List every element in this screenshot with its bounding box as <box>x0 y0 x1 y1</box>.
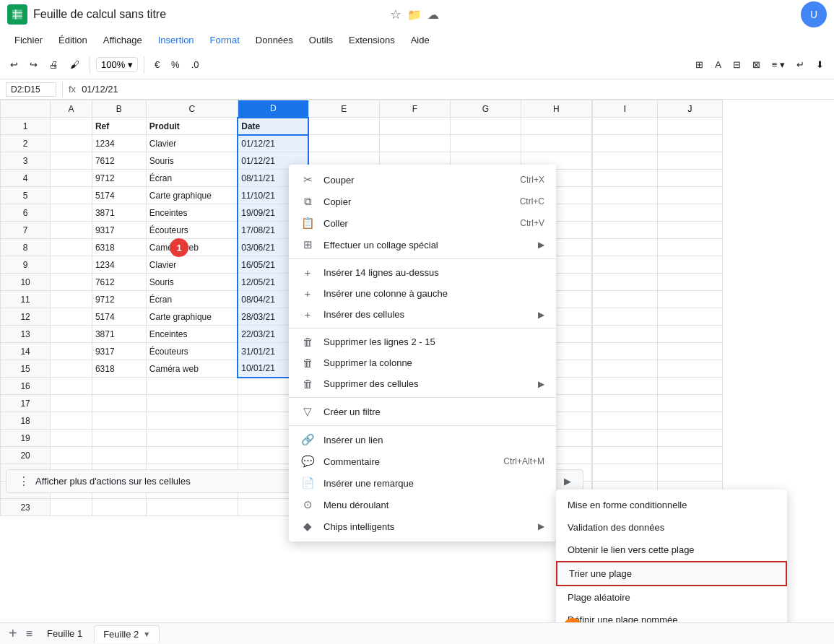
sheet-tab-dropdown-icon[interactable]: ▼ <box>143 630 150 638</box>
bottombar: + ≡ Feuille 1 Feuille 2 ▼ <box>0 622 834 644</box>
submenu-validation[interactable]: Validation des données <box>556 516 787 539</box>
add-sheet-button[interactable]: + <box>6 625 20 642</box>
menu-donnees[interactable]: Données <box>248 32 300 48</box>
more-actions-label: Afficher plus d'actions sur les cellules <box>35 476 191 487</box>
ctx-inserer-lignes[interactable]: + Insérer 14 lignes au-dessus <box>289 262 556 283</box>
separator2 <box>144 56 144 74</box>
cell-d1[interactable]: Date <box>238 118 308 135</box>
sheet-tab-1[interactable]: Feuille 1 <box>38 625 91 642</box>
zoom-selector[interactable]: 100% ▾ <box>96 57 138 72</box>
col-header-j[interactable]: J <box>658 100 723 118</box>
more-button[interactable]: ⬇ <box>812 56 828 73</box>
comment-icon: 💬 <box>300 455 315 468</box>
decimal-button[interactable]: .0 <box>187 56 204 73</box>
dropdown-icon: ⊙ <box>300 498 315 511</box>
wrap-button[interactable]: ↵ <box>792 56 809 73</box>
ctx-copier[interactable]: ⧉ Copier Ctrl+C <box>289 191 556 212</box>
col-header-h[interactable]: H <box>521 100 591 118</box>
merge-button[interactable]: ⊠ <box>748 56 765 73</box>
menu-insertion[interactable]: Insertion <box>151 32 201 48</box>
ctx-supprimer-cellules[interactable]: 🗑 Supprimer des cellules ▶ <box>289 373 556 394</box>
align-button[interactable]: ≡ ▾ <box>768 56 789 73</box>
delete-cells-arrow-icon: ▶ <box>538 379 544 389</box>
cell-e1[interactable] <box>308 118 379 135</box>
submenu-obtenir-lien-label: Obtenir le lien vers cette plage <box>568 544 695 555</box>
cell-g1[interactable] <box>450 118 521 135</box>
ctx-supprimer-lignes[interactable]: 🗑 Supprimer les lignes 2 - 15 <box>289 331 556 352</box>
cell-a2[interactable] <box>51 135 92 152</box>
document-title: Feuille de calcul sans titre <box>33 8 384 21</box>
more-actions-icon: ⋮ <box>18 474 30 488</box>
submenu-plage-aleatoire[interactable]: Plage aléatoire <box>556 586 787 609</box>
paint-format-button[interactable]: 🖌 <box>66 56 84 73</box>
ctx-chips-intelligents[interactable]: ◆ Chips intelligents ▶ <box>289 515 556 537</box>
menu-edition[interactable]: Édition <box>51 32 95 48</box>
col-header-b[interactable]: B <box>92 100 146 118</box>
percent-button[interactable]: % <box>167 56 184 73</box>
menu-extensions[interactable]: Extensions <box>342 32 402 48</box>
cell-reference[interactable]: D2:D15 <box>6 82 56 97</box>
ctx-collage-special[interactable]: ⊞ Effectuer un collage spécial ▶ <box>289 234 556 256</box>
ctx-inserer-lien[interactable]: 🔗 Insérer un lien <box>289 429 556 451</box>
cell-b1[interactable]: Ref <box>92 118 146 135</box>
print-button[interactable]: 🖨 <box>45 56 63 73</box>
cell-b2[interactable]: 1234 <box>92 135 146 152</box>
menu-format[interactable]: Format <box>203 32 247 48</box>
undo-button[interactable]: ↩ <box>6 56 22 73</box>
menu-aide[interactable]: Aide <box>404 32 437 48</box>
note-icon: 📄 <box>300 477 315 489</box>
border-button[interactable]: ⊞ <box>691 56 708 73</box>
formula-separator <box>62 82 63 97</box>
ctx-inserer-remarque[interactable]: 📄 Insérer une remarque <box>289 472 556 494</box>
col-header-c[interactable]: C <box>146 100 238 118</box>
ctx-inserer-colonne[interactable]: + Insérer une colonne à gauche <box>289 283 556 304</box>
ctx-inserer-colonne-label: Insérer une colonne à gauche <box>323 288 544 299</box>
fill-color-button[interactable]: A <box>711 56 726 73</box>
star-icon[interactable]: ☆ <box>390 6 401 22</box>
collage-arrow-icon: ▶ <box>538 240 544 250</box>
col-header-e[interactable]: E <box>308 100 379 118</box>
submenu-trier-plage[interactable]: Trier une plage <box>556 561 787 586</box>
submenu-validation-label: Validation des données <box>568 522 664 533</box>
ctx-couper[interactable]: ✂ Couper Ctrl+X <box>289 169 556 191</box>
col-header-d[interactable]: D <box>238 100 308 118</box>
menubar: Fichier Édition Affichage Insertion Form… <box>0 29 834 51</box>
ctx-couper-shortcut: Ctrl+X <box>520 175 544 185</box>
col-header-a[interactable]: A <box>51 100 92 118</box>
sheet-tab-2[interactable]: Feuille 2 ▼ <box>94 625 160 643</box>
cell-h1[interactable] <box>521 118 591 135</box>
submenu-plage-aleatoire-label: Plage aléatoire <box>568 592 630 603</box>
ctx-coller[interactable]: 📋 Coller Ctrl+V <box>289 212 556 234</box>
sheet-menu-button[interactable]: ≡ <box>23 627 35 640</box>
folder-icon[interactable]: 📁 <box>407 8 422 22</box>
toolbar: ↩ ↪ 🖨 🖌 100% ▾ € % .0 ⊞ A ⊟ ⊠ ≡ ▾ ↵ ⬇ <box>0 51 834 79</box>
cell-a1[interactable] <box>51 118 92 135</box>
avatar[interactable]: U <box>801 1 827 27</box>
cell-c2[interactable]: Clavier <box>146 135 238 152</box>
cell-f1[interactable] <box>379 118 450 135</box>
col-header-f[interactable]: F <box>379 100 450 118</box>
col-header-g[interactable]: G <box>450 100 521 118</box>
currency-button[interactable]: € <box>150 56 164 73</box>
submenu-obtenir-lien[interactable]: Obtenir le lien vers cette plage <box>556 539 787 561</box>
redo-button[interactable]: ↪ <box>25 56 42 73</box>
menu-outils[interactable]: Outils <box>302 32 340 48</box>
cloud-icon[interactable]: ☁ <box>427 8 439 22</box>
table-row: 1 Ref Produit Date <box>1 118 592 135</box>
separator-1 <box>289 258 556 259</box>
ctx-coller-shortcut: Ctrl+V <box>520 218 544 228</box>
menu-affichage[interactable]: Affichage <box>96 32 149 48</box>
ctx-supprimer-colonne[interactable]: 🗑 Supprimer la colonne <box>289 352 556 373</box>
ctx-creer-filtre[interactable]: ▽ Créer un filtre <box>289 401 556 422</box>
cell-c1[interactable]: Produit <box>146 118 238 135</box>
borders-button[interactable]: ⊟ <box>729 56 745 73</box>
ctx-inserer-cellules[interactable]: + Insérer des cellules ▶ <box>289 304 556 325</box>
cell-d2[interactable]: 01/12/21 <box>238 135 308 152</box>
ctx-menu-deroulant[interactable]: ⊙ Menu déroulant <box>289 494 556 515</box>
col-header-i[interactable]: I <box>593 100 658 118</box>
submenu-mise-en-forme[interactable]: Mise en forme conditionnelle <box>556 494 787 516</box>
submenu-mise-en-forme-label: Mise en forme conditionnelle <box>568 500 687 510</box>
menu-fichier[interactable]: Fichier <box>7 32 50 48</box>
copy-icon: ⧉ <box>300 195 315 208</box>
ctx-commentaire[interactable]: 💬 Commentaire Ctrl+Alt+M <box>289 451 556 472</box>
